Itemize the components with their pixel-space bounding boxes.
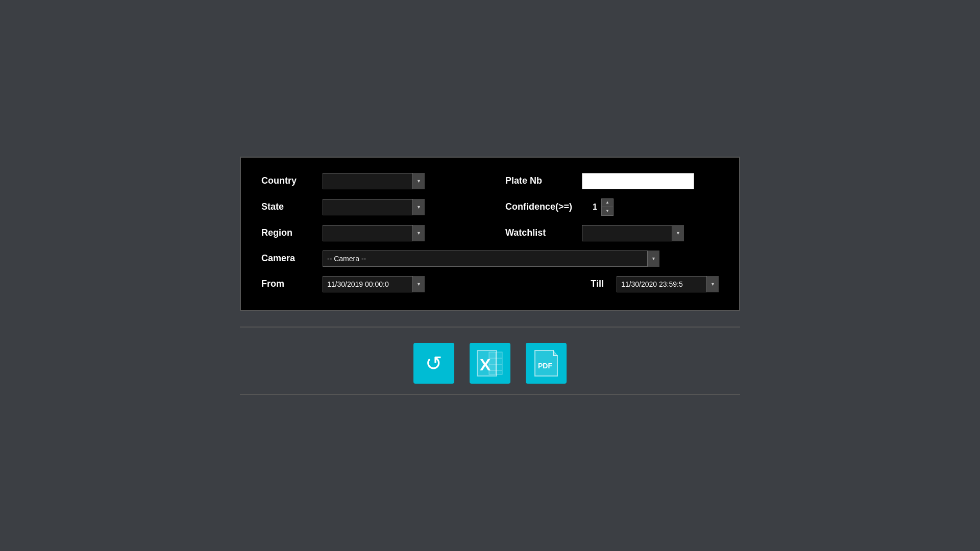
confidence-label: Confidence(>=) xyxy=(490,202,582,212)
country-group: Country xyxy=(261,173,490,189)
from-datetime-select[interactable]: 11/30/2019 00:00:0 xyxy=(323,276,425,292)
confidence-spinner: ▲ ▼ xyxy=(601,198,614,216)
till-label: Till xyxy=(571,279,611,289)
from-datetime-wrapper: 11/30/2019 00:00:0 xyxy=(323,276,425,292)
region-label: Region xyxy=(261,228,323,238)
pdf-icon: PDF xyxy=(531,348,561,379)
plate-group: Plate Nb xyxy=(490,173,719,189)
watchlist-select[interactable] xyxy=(582,225,684,241)
country-select[interactable] xyxy=(323,173,425,189)
watchlist-label: Watchlist xyxy=(490,228,582,238)
bottom-toolbar: ↺ X P xyxy=(240,328,740,394)
confidence-group: Confidence(>=) 1 ▲ ▼ xyxy=(490,198,719,216)
state-select-wrapper xyxy=(323,199,425,215)
confidence-up-button[interactable]: ▲ xyxy=(602,199,613,207)
from-label: From xyxy=(261,279,323,289)
region-group: Region xyxy=(261,225,490,241)
svg-text:PDF: PDF xyxy=(538,362,552,370)
main-container: Country Plate Nb State xyxy=(240,157,740,395)
svg-text:X: X xyxy=(480,356,491,374)
row-region-watchlist: Region Watchlist xyxy=(261,225,719,241)
watchlist-group: Watchlist xyxy=(490,225,719,241)
watchlist-select-wrapper xyxy=(582,225,684,241)
confidence-value: 1 xyxy=(582,203,597,212)
search-form-panel: Country Plate Nb State xyxy=(240,157,740,311)
state-select[interactable] xyxy=(323,199,425,215)
region-select-wrapper xyxy=(323,225,425,241)
bottom-separator-line xyxy=(240,394,740,395)
row-camera: Camera -- Camera -- xyxy=(261,251,719,267)
country-select-wrapper xyxy=(323,173,425,189)
plate-nb-label: Plate Nb xyxy=(490,176,582,186)
country-label: Country xyxy=(261,176,323,186)
refresh-button[interactable]: ↺ xyxy=(413,343,454,384)
state-group: State xyxy=(261,199,490,215)
till-datetime-select[interactable]: 11/30/2020 23:59:5 xyxy=(617,276,719,292)
excel-icon: X xyxy=(475,348,505,379)
state-label: State xyxy=(261,202,323,212)
row-state-confidence: State Confidence(>=) 1 ▲ ▼ xyxy=(261,198,719,216)
row-country-plate: Country Plate Nb xyxy=(261,173,719,189)
svg-marker-8 xyxy=(553,350,557,356)
camera-label: Camera xyxy=(261,253,323,264)
camera-select-wrapper: -- Camera -- xyxy=(323,251,659,267)
till-datetime-wrapper: 11/30/2020 23:59:5 xyxy=(617,276,719,292)
row-from-till: From 11/30/2019 00:00:0 Till 11/30/2020 … xyxy=(261,276,719,292)
excel-export-button[interactable]: X xyxy=(470,343,510,384)
confidence-spinner-group: 1 ▲ ▼ xyxy=(582,198,614,216)
confidence-down-button[interactable]: ▼ xyxy=(602,207,613,215)
pdf-export-button[interactable]: PDF xyxy=(526,343,567,384)
camera-select[interactable]: -- Camera -- xyxy=(323,251,659,267)
region-select[interactable] xyxy=(323,225,425,241)
refresh-icon: ↺ xyxy=(425,353,443,373)
plate-nb-input[interactable] xyxy=(582,173,694,189)
